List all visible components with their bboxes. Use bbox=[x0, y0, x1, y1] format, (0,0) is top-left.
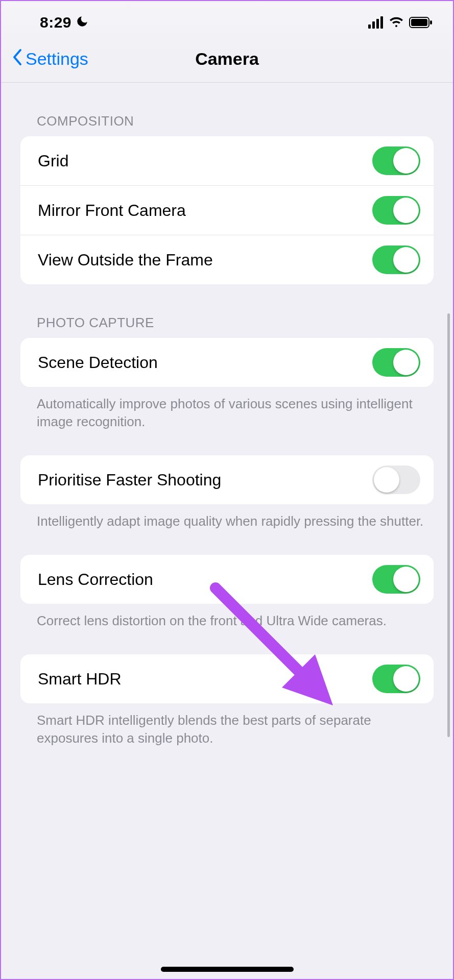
chevron-left-icon bbox=[11, 48, 23, 70]
scroll-indicator[interactable] bbox=[447, 313, 450, 737]
row-label: Smart HDR bbox=[38, 670, 122, 689]
navigation-bar: Settings Camera bbox=[1, 39, 453, 83]
row-grid: Grid bbox=[20, 136, 434, 185]
group-scene-detection: Scene Detection bbox=[20, 338, 434, 387]
group-smart-hdr: Smart HDR bbox=[20, 654, 434, 703]
row-view-outside-frame: View Outside the Frame bbox=[20, 235, 434, 284]
footer-smart-hdr: Smart HDR intelligently blends the best … bbox=[1, 703, 453, 747]
do-not-disturb-icon bbox=[76, 15, 89, 30]
content-scroll[interactable]: COMPOSITION Grid Mirror Front Camera Vie… bbox=[1, 83, 453, 980]
battery-icon bbox=[409, 16, 433, 29]
section-header-photo-capture: PHOTO CAPTURE bbox=[1, 284, 453, 338]
row-smart-hdr: Smart HDR bbox=[20, 654, 434, 703]
toggle-scene-detection[interactable] bbox=[372, 348, 420, 377]
svg-rect-2 bbox=[376, 19, 379, 29]
status-right bbox=[368, 16, 433, 29]
svg-rect-1 bbox=[372, 21, 375, 29]
row-label: Prioritise Faster Shooting bbox=[38, 471, 221, 489]
svg-rect-0 bbox=[368, 24, 371, 29]
group-composition: Grid Mirror Front Camera View Outside th… bbox=[20, 136, 434, 284]
svg-rect-3 bbox=[380, 16, 383, 29]
home-indicator[interactable] bbox=[161, 967, 294, 972]
status-bar: 8:29 bbox=[1, 1, 453, 39]
toggle-smart-hdr[interactable] bbox=[372, 665, 420, 693]
svg-rect-6 bbox=[430, 20, 432, 24]
toggle-mirror-front-camera[interactable] bbox=[372, 196, 420, 225]
toggle-grid[interactable] bbox=[372, 146, 420, 175]
footer-lens-correction: Correct lens distortion on the front and… bbox=[1, 604, 453, 630]
row-label: View Outside the Frame bbox=[38, 251, 213, 270]
wifi-icon bbox=[389, 16, 404, 29]
back-button[interactable]: Settings bbox=[11, 48, 88, 70]
status-time: 8:29 bbox=[40, 14, 71, 31]
toggle-view-outside-frame[interactable] bbox=[372, 246, 420, 274]
row-scene-detection: Scene Detection bbox=[20, 338, 434, 387]
svg-rect-5 bbox=[411, 19, 427, 26]
row-prioritise-faster-shooting: Prioritise Faster Shooting bbox=[20, 455, 434, 504]
group-prioritise-faster-shooting: Prioritise Faster Shooting bbox=[20, 455, 434, 504]
footer-prioritise-faster-shooting: Intelligently adapt image quality when r… bbox=[1, 504, 453, 530]
back-label: Settings bbox=[26, 49, 88, 69]
toggle-prioritise-faster-shooting[interactable] bbox=[372, 465, 420, 494]
row-label: Mirror Front Camera bbox=[38, 201, 186, 220]
toggle-lens-correction[interactable] bbox=[372, 565, 420, 594]
group-lens-correction: Lens Correction bbox=[20, 555, 434, 604]
row-mirror-front-camera: Mirror Front Camera bbox=[20, 185, 434, 235]
cellular-signal-icon bbox=[368, 16, 384, 29]
status-left: 8:29 bbox=[40, 14, 89, 31]
row-label: Lens Correction bbox=[38, 570, 153, 589]
section-header-composition: COMPOSITION bbox=[1, 83, 453, 136]
footer-scene-detection: Automatically improve photos of various … bbox=[1, 387, 453, 431]
row-label: Scene Detection bbox=[38, 353, 158, 372]
row-lens-correction: Lens Correction bbox=[20, 555, 434, 604]
row-label: Grid bbox=[38, 152, 68, 170]
